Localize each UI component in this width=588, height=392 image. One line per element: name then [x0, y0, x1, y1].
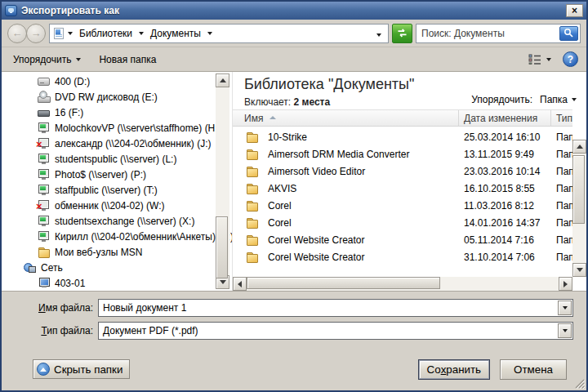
file-row[interactable]: AKVIS 16.10.2015 8:55 Папка с файлами [233, 180, 572, 197]
tree-item[interactable]: studentspublic (\\server) (L:) [2, 151, 232, 167]
file-name: Aimersoft Video Editor [268, 166, 365, 177]
resize-grip[interactable] [574, 378, 585, 389]
cancel-button[interactable]: Отмена [500, 359, 567, 380]
column-name-label: Имя [244, 113, 263, 124]
tree-item[interactable]: 16 (F:) [2, 105, 232, 120]
tree-item-label: обменник (\\204-02) (W:) [55, 200, 165, 212]
forward-button[interactable]: → [26, 24, 46, 43]
arrange-by-control[interactable]: Упорядочить: Папка [471, 91, 577, 108]
column-header-type[interactable]: Тип [551, 110, 572, 126]
change-view-button[interactable] [525, 51, 555, 67]
tree-item[interactable]: александр (\\204-02\обменник) (J:) [2, 136, 232, 151]
tree-item-label: studentsexchange (\\server) (X:) [55, 216, 194, 227]
file-row[interactable]: Corel 11.03.2016 8:12 Папка с файлами [233, 197, 572, 214]
scroll-left-button[interactable] [233, 277, 247, 291]
tree-item-label: 400 (D:) [55, 76, 90, 87]
list-vertical-scrollbar[interactable] [572, 140, 586, 277]
tree-item[interactable]: 403-01 [2, 275, 232, 291]
breadcrumb-separator-icon[interactable] [139, 32, 144, 35]
file-list: 10-Strike 25.03.2014 16:10 Папка с файла… [233, 127, 572, 291]
tree-item[interactable]: Кирилл (\\204-02\обменник\Анкеты) (Y:) [2, 229, 232, 244]
tree-item[interactable]: Мои веб-узлы MSN [2, 244, 232, 260]
tree-item-label: studentspublic (\\server) (L:) [55, 154, 176, 165]
file-row[interactable]: Aimersoft Video Editor 23.03.2016 10:14 … [233, 163, 572, 180]
close-button[interactable]: × [566, 4, 583, 17]
hide-folders-button[interactable]: Скрыть папки [33, 359, 130, 379]
file-list-pane: Библиотека "Документы" Включает: 2 места… [232, 72, 586, 291]
tree-item-label: 16 (F:) [55, 107, 83, 118]
library-includes: Включает: 2 места [244, 96, 414, 108]
filename-combo [98, 299, 573, 317]
location-icon [54, 28, 64, 39]
file-date: 25.03.2014 16:10 [459, 131, 551, 143]
column-header-name[interactable]: Имя [233, 110, 459, 126]
filetype-combo[interactable]: Документ PDF (*.pdf) [98, 322, 573, 340]
scrollbar-thumb[interactable] [247, 277, 440, 289]
file-row[interactable]: Corel Website Creator 05.11.2014 7:16 Па… [233, 231, 572, 248]
address-history-button[interactable] [374, 28, 384, 39]
search-input[interactable] [416, 28, 580, 39]
organize-label: Упорядочить [13, 54, 71, 65]
chevron-down-icon [572, 98, 577, 101]
scrollbar-thumb[interactable] [216, 216, 228, 278]
help-button[interactable]: ? [563, 51, 578, 67]
scroll-up-button[interactable] [572, 140, 586, 154]
list-horizontal-scrollbar[interactable] [233, 277, 572, 291]
search-icon [564, 28, 574, 38]
filename-input[interactable] [99, 302, 572, 314]
file-name: Corel Website Creator [268, 252, 365, 263]
new-folder-label: Новая папка [99, 54, 156, 65]
file-name: Aimersoft DRM Media Converter [268, 149, 409, 160]
new-folder-button[interactable]: Новая папка [96, 51, 159, 68]
file-row[interactable]: Corel 14.01.2016 14:37 Папка с файлами [233, 214, 572, 231]
tree-item-icon [38, 230, 51, 243]
file-name: Corel [268, 217, 292, 229]
tree-item-icon [38, 184, 51, 196]
hide-folders-label: Скрыть папки [54, 363, 122, 376]
address-bar[interactable]: Библиотеки Документы [49, 24, 389, 43]
tree-item[interactable]: staffpublic (\\server) (T:) [2, 182, 232, 198]
refresh-button[interactable] [392, 24, 412, 43]
scroll-down-button[interactable] [572, 263, 586, 277]
file-type: Папка с файлами [551, 252, 572, 263]
search-box [416, 24, 581, 43]
file-row[interactable]: Corel Website Creator 31.10.2014 7:06 Па… [233, 248, 572, 265]
tree-item[interactable]: 400 (D:) [2, 74, 232, 89]
tree-item[interactable]: Сеть [2, 260, 232, 275]
file-date: 11.03.2016 8:12 [459, 200, 551, 212]
breadcrumb-documents[interactable]: Документы [148, 26, 203, 41]
folder-icon [246, 216, 259, 229]
file-type: Папка с файлами [551, 200, 572, 212]
search-button[interactable] [559, 26, 578, 41]
breadcrumb-libraries[interactable]: Библиотеки [77, 26, 135, 41]
tree-item-label: Photo$ (\\server) (P:) [55, 169, 146, 180]
organize-menu-button[interactable]: Упорядочить [10, 51, 84, 68]
breadcrumb-separator-icon[interactable] [207, 32, 212, 35]
tree-item[interactable]: DVD RW дисковод (E:) [2, 89, 232, 105]
tree-item-label: Кирилл (\\204-02\обменник\Анкеты) (Y:) [55, 231, 232, 243]
filename-dropdown-button[interactable] [558, 301, 572, 315]
file-row[interactable]: 10-Strike 25.03.2014 16:10 Папка с файла… [233, 128, 572, 145]
tree-vertical-scrollbar[interactable] [216, 74, 229, 289]
file-name-section: Имя файла: Тип файла: Документ PDF (*.pd… [2, 291, 586, 348]
tree-item-icon [38, 153, 51, 165]
tree-item[interactable]: обменник (\\204-02) (W:) [2, 198, 232, 213]
file-row[interactable]: Aimersoft DRM Media Converter 13.11.2015… [233, 145, 572, 163]
tree-item[interactable]: MolochkovVP (\\server\staffhome) (H:) [2, 120, 232, 136]
save-button[interactable]: Сохранить [418, 359, 490, 380]
scrollbar-thumb[interactable] [572, 155, 585, 224]
file-type: Папка с файлами [551, 166, 572, 177]
folder-icon [246, 131, 259, 143]
includes-value[interactable]: 2 места [294, 96, 331, 108]
tree-item[interactable]: studentsexchange (\\server) (X:) [2, 213, 232, 229]
scroll-right-button[interactable] [559, 277, 572, 291]
column-header-date[interactable]: Дата изменения [459, 110, 551, 126]
tree-item[interactable]: Photo$ (\\server) (P:) [2, 167, 232, 182]
back-button[interactable]: ← [7, 24, 27, 43]
library-header: Библиотека "Документы" Включает: 2 места… [233, 72, 586, 109]
location-dropdown-icon[interactable] [68, 32, 73, 35]
file-date: 05.11.2014 7:16 [459, 234, 551, 246]
scroll-up-button[interactable] [216, 74, 229, 87]
filetype-dropdown-button[interactable] [558, 323, 572, 338]
file-date: 31.10.2014 7:06 [459, 252, 551, 263]
